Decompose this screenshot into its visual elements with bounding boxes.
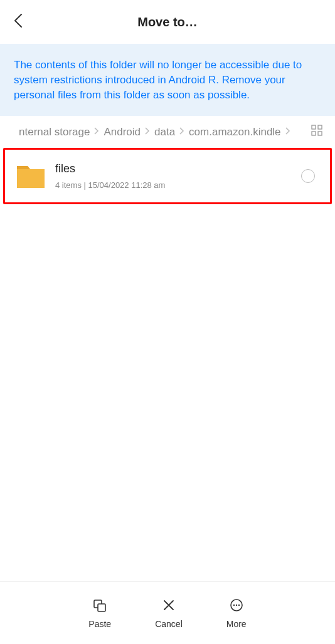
file-list: files 4 items | 15/04/2022 11:28 am xyxy=(0,148,335,581)
breadcrumb-item[interactable]: data xyxy=(154,126,175,138)
svg-point-8 xyxy=(236,604,237,605)
bottom-bar: Paste Cancel More xyxy=(0,581,335,644)
svg-point-9 xyxy=(238,604,240,605)
paste-label: Paste xyxy=(88,619,111,629)
cancel-label: Cancel xyxy=(155,619,183,629)
cancel-button[interactable]: Cancel xyxy=(155,598,183,629)
more-icon xyxy=(229,598,244,615)
back-icon[interactable] xyxy=(13,13,24,31)
svg-rect-2 xyxy=(312,132,316,135)
breadcrumb-item[interactable]: Android xyxy=(104,126,141,138)
paste-icon xyxy=(92,598,107,615)
chevron-right-icon xyxy=(179,126,185,138)
header: Move to… xyxy=(0,0,335,44)
chevron-right-icon xyxy=(285,126,291,138)
grid-view-icon[interactable] xyxy=(311,125,322,139)
breadcrumb-item[interactable]: nternal storage xyxy=(19,126,90,138)
close-icon xyxy=(161,598,176,615)
breadcrumb: nternal storage Android data com.amazon.… xyxy=(0,116,335,148)
list-item[interactable]: files 4 items | 15/04/2022 11:28 am xyxy=(3,148,332,204)
svg-rect-1 xyxy=(318,125,322,129)
more-label: More xyxy=(226,619,247,629)
file-info: files 4 items | 15/04/2022 11:28 am xyxy=(55,162,301,190)
file-meta: 4 items | 15/04/2022 11:28 am xyxy=(55,180,301,190)
svg-rect-5 xyxy=(98,604,105,611)
svg-rect-0 xyxy=(312,125,316,129)
chevron-right-icon xyxy=(144,126,151,138)
chevron-right-icon xyxy=(93,126,100,138)
select-radio[interactable] xyxy=(301,169,315,183)
page-title: Move to… xyxy=(137,15,198,29)
warning-banner: The contents of this folder will no long… xyxy=(0,44,335,116)
paste-button[interactable]: Paste xyxy=(88,598,111,629)
svg-rect-3 xyxy=(318,132,322,135)
file-name: files xyxy=(55,162,301,175)
more-button[interactable]: More xyxy=(226,598,247,629)
folder-icon xyxy=(15,160,46,192)
svg-point-7 xyxy=(233,604,235,605)
breadcrumb-item[interactable]: com.amazon.kindle xyxy=(189,126,280,138)
